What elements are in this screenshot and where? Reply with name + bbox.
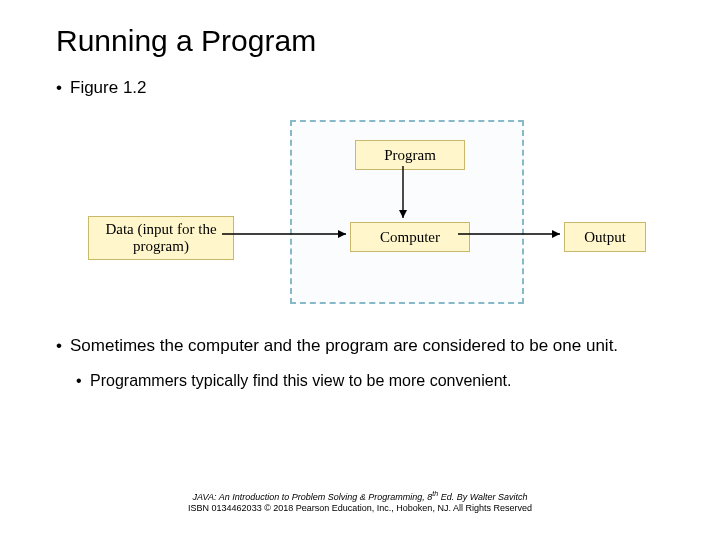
figure-diagram: Data (input for the program) Program Com… xyxy=(80,114,640,314)
sub-bullet: Programmers typically find this view to … xyxy=(56,372,664,390)
output-node: Output xyxy=(564,222,646,252)
slide: Running a Program Figure 1.2 Data (input… xyxy=(0,0,720,390)
computer-node: Computer xyxy=(350,222,470,252)
slide-title: Running a Program xyxy=(56,24,664,58)
footer-line-2: ISBN 0134462033 © 2018 Pearson Education… xyxy=(0,503,720,514)
footer-l1-prefix: JAVA: An Introduction to Problem Solving… xyxy=(192,492,432,502)
footer: JAVA: An Introduction to Problem Solving… xyxy=(0,490,720,515)
footer-line-1: JAVA: An Introduction to Problem Solving… xyxy=(0,490,720,503)
program-node: Program xyxy=(355,140,465,170)
figure-label: Figure 1.2 xyxy=(56,78,664,98)
main-bullet: Sometimes the computer and the program a… xyxy=(56,336,664,356)
footer-l1-suffix: Ed. By Walter Savitch xyxy=(438,492,527,502)
data-node: Data (input for the program) xyxy=(88,216,234,260)
